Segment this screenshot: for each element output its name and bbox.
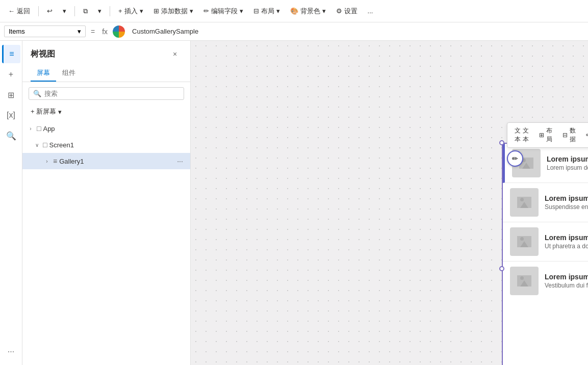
tree-title: 树视图 — [31, 49, 55, 60]
data-icon-button[interactable]: ⊞ — [2, 86, 20, 104]
background-dropdown-icon: ▾ — [322, 7, 326, 15]
tree-item-screen1[interactable]: ∨ □ Screen1 ··· — [22, 137, 190, 153]
edit-field-icon: ✏ — [203, 7, 209, 15]
layout-toolbar-icon: ⊞ — [539, 132, 544, 139]
settings-icon: ⚙ — [336, 7, 342, 15]
tab-screen[interactable]: 屏幕 — [31, 65, 56, 82]
insert-button[interactable]: + 插入 ▾ — [114, 5, 147, 18]
gallery-item-4-title: Lorem ipsum 4 — [545, 273, 588, 281]
gallery-tool-data[interactable]: ⊟ 数据 — [558, 125, 580, 145]
add-data-icon: ⊞ — [154, 7, 159, 15]
icon-bar: ≡ + ⊞ [x] 🔍 ··· — [0, 41, 22, 365]
app-label: App — [43, 125, 172, 133]
handle-mid-left[interactable] — [499, 266, 504, 271]
insert-icon-button[interactable]: + — [2, 65, 20, 84]
tree-item-gallery1[interactable]: › ≡ Gallery1 ··· — [22, 153, 190, 169]
undo-dropdown-icon: ▾ — [63, 7, 66, 15]
divider-2 — [74, 6, 75, 16]
app-icon: □ — [37, 124, 41, 133]
search-input[interactable] — [44, 90, 180, 97]
gallery-tool-field[interactable]: ✏ 字段 — [582, 125, 588, 145]
search-icon-button[interactable]: 🔍 — [2, 126, 20, 145]
add-data-button[interactable]: ⊞ 添加数据 ▾ — [149, 5, 197, 18]
gallery-item-4[interactable]: Lorem ipsum 4 Vestibulum dui felis, frin… — [503, 262, 588, 300]
layers-icon: ≡ — [9, 49, 14, 59]
variables-icon: [x] — [7, 111, 15, 120]
screen1-label: Screen1 — [49, 141, 172, 149]
settings-label: 设置 — [344, 7, 357, 16]
tree-header: 树视图 × — [22, 41, 190, 65]
undo-button[interactable]: ↩ — [43, 5, 57, 17]
gallery1-label: Gallery1 — [59, 158, 172, 165]
back-button[interactable]: ← 返回 — [4, 5, 34, 18]
more-icon: ... — [368, 7, 373, 15]
gallery-item-1-title: Lorem ipsum 1 — [547, 155, 588, 163]
property-value: Items — [9, 28, 25, 35]
undo-dropdown-button[interactable]: ▾ — [59, 5, 70, 17]
new-screen-label: + 新屏幕 — [31, 107, 56, 116]
gallery-item-3-desc: Ut pharetra a dolor ac vehicula. — [545, 243, 588, 250]
app-logo[interactable] — [113, 25, 125, 38]
gallery-item-2-text: Lorem ipsum 2 Suspendisse enim metus, ti… — [545, 194, 588, 211]
copy-dropdown-button[interactable]: ▾ — [94, 5, 106, 17]
screen-icon: □ — [43, 141, 47, 149]
data-toolbar-icon: ⊟ — [563, 132, 568, 139]
search-icon: 🔍 — [6, 131, 16, 141]
settings-button[interactable]: ⚙ 设置 — [332, 5, 362, 18]
gallery-tool-text[interactable]: 文本 文本 — [510, 125, 533, 145]
property-dropdown[interactable]: Items ▾ — [4, 25, 86, 37]
new-screen-button[interactable]: + 新屏幕 ▾ — [22, 105, 190, 120]
handle-top-left[interactable] — [499, 140, 504, 145]
tab-component[interactable]: 组件 — [56, 65, 82, 82]
edit-pencil-button[interactable]: ✏ — [507, 150, 523, 167]
gallery-item-4-desc: Vestibulum dui felis, fringilla nec mi s… — [545, 282, 588, 289]
gallery-item-3-title: Lorem ipsum 3 — [545, 233, 588, 242]
edit-field-button[interactable]: ✏ 编辑字段 ▾ — [199, 5, 247, 18]
background-button[interactable]: 🎨 背景色 ▾ — [286, 5, 330, 18]
gallery-item-3-text: Lorem ipsum 3 Ut pharetra a dolor ac veh… — [545, 233, 588, 250]
more-button[interactable]: ... — [364, 5, 377, 17]
gallery-item-4-image — [510, 267, 539, 295]
data-toolbar-label: 数据 — [570, 126, 576, 144]
gallery-item-2-desc: Suspendisse enim metus, tincidunt quis l… — [545, 203, 588, 211]
gallery-item-2[interactable]: Lorem ipsum 2 Suspendisse enim metus, ti… — [503, 183, 588, 222]
back-label: 返回 — [17, 7, 30, 16]
gallery-tool-layout[interactable]: ⊞ 布局 — [535, 125, 556, 145]
main-layout: ≡ + ⊞ [x] 🔍 ··· 树视图 × 屏幕 组件 🔍 — [0, 41, 588, 365]
search-icon: 🔍 — [33, 90, 41, 97]
gallery-toolbar: 文本 文本 ⊞ 布局 ⊟ 数据 ✏ 字段 — [507, 122, 588, 148]
background-label: 背景色 — [300, 7, 320, 16]
text-icon: 文本 — [515, 126, 521, 144]
edit-field-label: 编辑字段 — [211, 7, 238, 16]
new-screen-dropdown-icon: ▾ — [58, 108, 62, 116]
plus-icon: + — [9, 70, 13, 79]
close-icon: × — [173, 50, 177, 58]
canvas-area: 文本 文本 ⊞ 布局 ⊟ 数据 ✏ 字段 ✏ — [191, 41, 588, 365]
gallery-icon: ≡ — [53, 157, 57, 165]
tree-panel: 树视图 × 屏幕 组件 🔍 + 新屏幕 ▾ › □ App ··· — [22, 41, 191, 365]
insert-label: 插入 — [124, 7, 138, 16]
add-data-label: 添加数据 — [161, 7, 188, 16]
formula-bar: Items ▾ = fx CustomGallerySample — [0, 22, 588, 41]
copy-icon: ⧉ — [83, 7, 88, 15]
equals-sign: = — [89, 28, 97, 36]
property-dropdown-icon: ▾ — [78, 28, 81, 35]
tree-search-container: 🔍 — [29, 87, 184, 100]
tree-tabs: 屏幕 组件 — [22, 65, 190, 82]
variables-icon-button[interactable]: [x] — [2, 106, 20, 124]
gallery-item-2-title: Lorem ipsum 2 — [545, 194, 588, 202]
layout-label: 布局 — [261, 7, 274, 16]
formula-value: CustomGallerySample — [128, 27, 584, 36]
gallery-item-3-image — [510, 227, 539, 256]
gallery1-more-button[interactable]: ··· — [174, 155, 186, 167]
tree-view-button[interactable]: ≡ — [2, 45, 20, 63]
tree-close-button[interactable]: × — [168, 47, 182, 61]
tree-item-app[interactable]: › □ App ··· — [22, 120, 190, 137]
copy-button[interactable]: ⧉ — [79, 5, 92, 17]
undo-icon: ↩ — [47, 7, 53, 15]
gallery-item-3[interactable]: Lorem ipsum 3 Ut pharetra a dolor ac veh… — [503, 222, 588, 262]
layout-button[interactable]: ⊟ 布局 ▾ — [249, 5, 284, 18]
more-icon-button[interactable]: ··· — [2, 343, 20, 361]
gallery-container: Lorem ipsum 1 Lorem ipsum dolor sit amet… — [502, 143, 588, 365]
grid-icon: ⊞ — [8, 90, 14, 100]
